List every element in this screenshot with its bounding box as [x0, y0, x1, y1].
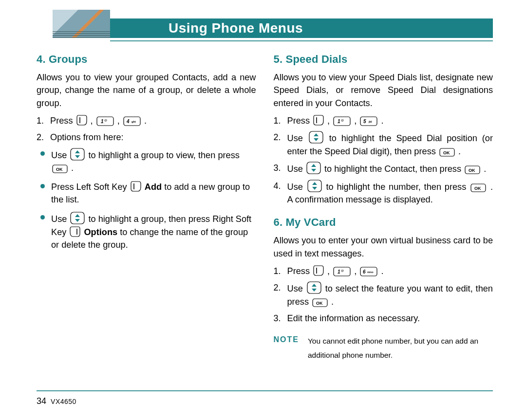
text: to highlight a group to view, then press — [88, 150, 239, 160]
footer-rule — [37, 390, 493, 391]
text: Use — [287, 284, 306, 293]
ok-key-icon: OK — [312, 298, 328, 307]
text: Press Left Soft Key — [51, 182, 130, 192]
text: Use — [287, 133, 308, 143]
groups-bullet-2: Press Left Soft Key Add to add a new gro… — [37, 181, 256, 206]
svg-text:5: 5 — [363, 119, 366, 124]
content-columns: 4. Groups Allows you to view your groupe… — [37, 51, 493, 363]
section-groups-title: 4. Groups — [37, 52, 256, 67]
left-column: 4. Groups Allows you to view your groupe… — [37, 51, 256, 363]
groups-bullet-3: Use to highlight a group, then press Rig… — [37, 212, 256, 251]
key-6-icon: 6mno — [360, 267, 377, 276]
left-soft-key-icon — [131, 181, 141, 192]
note-block: NOTE You cannot edit phone number, but y… — [274, 334, 493, 363]
nav-up-down-icon — [70, 212, 85, 224]
section-my-vcard-title: 6. My VCard — [274, 215, 493, 230]
right-column: 5. Speed Dials Allows you to view your S… — [274, 51, 493, 363]
nav-up-down-icon — [307, 180, 322, 192]
left-soft-key-icon — [313, 114, 324, 126]
vcard-steps: Press , 1@ , 6mno . Use to select the fe… — [274, 265, 493, 325]
vc-step-3: Edit the information as necessary. — [274, 312, 493, 325]
svg-text:OK: OK — [443, 150, 450, 155]
model-number: VX4650 — [51, 398, 76, 405]
groups-bullets: Use to highlight a group to view, then p… — [37, 148, 256, 252]
svg-text:ghi: ghi — [132, 120, 136, 123]
text: . — [484, 164, 486, 174]
svg-text:OK: OK — [316, 301, 323, 306]
vc-step-1: Press , 1@ , 6mno . — [274, 265, 493, 277]
page-header: Using Phone Menus — [37, 10, 493, 39]
text: Use — [287, 164, 305, 174]
key-5-icon: 5jkl — [360, 116, 377, 126]
header-image — [53, 10, 110, 38]
speed-dials-steps: Press , 1@ , 5jkl . Use to highlight the… — [274, 114, 493, 206]
nav-up-down-icon — [309, 131, 323, 144]
footer-text: 34 VX4650 — [37, 396, 493, 406]
svg-text:1: 1 — [101, 119, 104, 124]
svg-text:OK: OK — [56, 167, 63, 172]
svg-text:mno: mno — [367, 271, 374, 274]
page-title: Using Phone Menus — [169, 20, 303, 36]
sd-step-1: Press , 1@ , 5jkl . — [274, 114, 493, 127]
ok-key-icon: OK — [465, 165, 480, 174]
page-number: 34 — [37, 396, 46, 406]
groups-steps: Press , 1@. , 4ghi . Options from here: — [37, 114, 256, 144]
text: Use — [287, 182, 306, 192]
left-soft-key-icon — [313, 265, 324, 276]
svg-text:jkl: jkl — [368, 120, 372, 123]
text: . — [71, 163, 74, 173]
nav-up-down-icon — [306, 162, 321, 174]
text: Press — [287, 266, 313, 276]
text: Use — [51, 150, 69, 160]
svg-text:OK: OK — [474, 186, 481, 191]
groups-step-2: Options from here: — [37, 131, 256, 144]
key-4-icon: 4ghi — [123, 116, 141, 126]
svg-text:1: 1 — [338, 269, 340, 274]
page-footer: 34 VX4650 — [37, 390, 493, 406]
nav-up-down-icon — [307, 281, 321, 294]
text: to change the name of the group or delet… — [51, 227, 248, 250]
nav-up-down-icon — [70, 148, 85, 161]
text: Press — [50, 116, 75, 126]
svg-text:@: @ — [341, 269, 344, 272]
svg-text:@: @ — [341, 119, 344, 122]
text: Use — [51, 214, 69, 224]
note-text: You cannot edit phone number, but you ca… — [308, 334, 493, 363]
key-1-icon: 1@. — [96, 116, 114, 126]
key-1-icon: 1@ — [333, 116, 351, 126]
vc-step-2: Use to select the feature you want to ed… — [274, 281, 493, 308]
svg-text:4: 4 — [126, 119, 130, 124]
left-soft-key-icon — [76, 114, 87, 126]
svg-text:.: . — [104, 122, 105, 125]
key-1-icon: 1@ — [333, 267, 351, 276]
groups-step-1: Press , 1@. , 4ghi . — [37, 114, 256, 127]
groups-lead: Allows you to view your grouped Contacts… — [37, 71, 256, 110]
right-soft-key-icon — [70, 226, 80, 237]
speed-dials-lead: Allows you to view your Speed Dials list… — [274, 71, 493, 110]
svg-text:6: 6 — [363, 269, 366, 274]
sd-step-3: Use to highlight the Contact, then press… — [274, 162, 493, 175]
section-speed-dials-title: 5. Speed Dials — [274, 52, 493, 67]
options-label: Options — [84, 227, 117, 237]
sd-step-2: Use to highlight the Speed Dial position… — [274, 131, 493, 158]
text: . — [458, 146, 461, 156]
svg-text:1: 1 — [338, 119, 340, 124]
note-label: NOTE — [274, 334, 299, 363]
text: Press — [287, 116, 313, 126]
text: . — [331, 297, 334, 307]
text: to highlight the Contact, then press — [324, 164, 464, 174]
ok-key-icon: OK — [439, 148, 455, 157]
header-title-band: Using Phone Menus — [110, 18, 493, 38]
page: Using Phone Menus 4. Groups Allows you t… — [0, 0, 526, 420]
vcard-lead: Allows you to enter your own virtual bus… — [274, 234, 493, 260]
groups-bullet-1: Use to highlight a group to view, then p… — [37, 148, 256, 175]
sd-step-4: Use to highlight the number, then press … — [274, 180, 493, 206]
svg-text:OK: OK — [469, 168, 475, 173]
ok-key-icon: OK — [470, 183, 486, 192]
add-label: Add — [145, 182, 162, 192]
text: to highlight the number, then press — [326, 182, 470, 192]
header-rule — [110, 40, 493, 41]
ok-key-icon: OK — [52, 164, 68, 173]
